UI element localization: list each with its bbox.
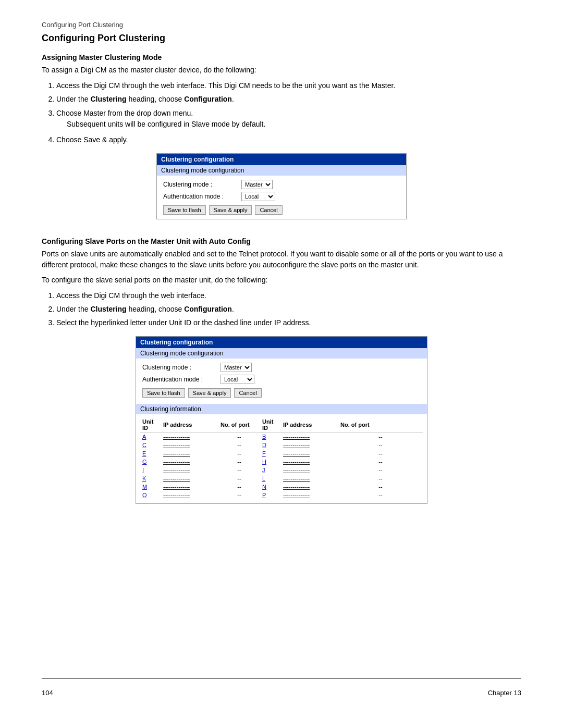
table-row: A -------------- -- B -------------- -- xyxy=(140,432,423,441)
ip-link-left[interactable]: -------------- xyxy=(161,466,218,474)
unit-id-link-left[interactable]: A xyxy=(140,432,161,441)
table-row: I -------------- -- J -------------- -- xyxy=(140,466,423,474)
table-row: E -------------- -- F -------------- -- xyxy=(140,449,423,458)
ports-right: -- xyxy=(338,466,423,474)
clustering-mode-row-2: Clustering mode : Master Slave xyxy=(142,363,421,372)
ports-right: -- xyxy=(338,432,423,441)
section2-heading: Configuring Slave Ports on the Master Un… xyxy=(42,237,521,245)
section1-heading: Assigning Master Clustering Mode xyxy=(42,53,521,61)
ip-link-right[interactable]: -------------- xyxy=(281,449,338,458)
unit-id-link-right[interactable]: N xyxy=(260,483,281,491)
ip-link-right[interactable]: -------------- xyxy=(281,483,338,491)
ip-link-left[interactable]: -------------- xyxy=(161,474,218,483)
auth-mode-select-2[interactable]: Local Remote xyxy=(221,375,254,384)
config-box-2: Clustering configuration Clustering mode… xyxy=(136,336,427,504)
section1-steps: Access the Digi CM through the web inter… xyxy=(56,80,521,146)
ports-right: -- xyxy=(338,491,423,499)
list-item: Access the Digi CM through the web inter… xyxy=(56,80,521,91)
page-title: Configuring Port Clustering xyxy=(42,33,521,44)
unit-id-link-left[interactable]: I xyxy=(140,466,161,474)
list-item: Access the Digi CM through the web inter… xyxy=(56,290,521,301)
config-box-1: Clustering configuration Clustering mode… xyxy=(156,153,407,219)
unit-id-link-left[interactable]: K xyxy=(140,474,161,483)
unit-id-link-right[interactable]: B xyxy=(260,432,281,441)
table-row: G -------------- -- H -------------- -- xyxy=(140,458,423,466)
ip-link-right[interactable]: -------------- xyxy=(281,466,338,474)
save-to-flash-button-1[interactable]: Save to flash xyxy=(163,205,206,215)
list-item: Under the Clustering heading, choose Con… xyxy=(56,93,521,105)
ports-left: -- xyxy=(218,432,260,441)
auth-mode-row: Authentication mode : Local Remote xyxy=(163,192,400,201)
list-item: Choose Master from the drop down menu. S… xyxy=(56,107,521,130)
config-box-1-buttons: Save to flash Save & apply Cancel xyxy=(163,205,400,215)
breadcrumb: Configuring Port Clustering xyxy=(42,21,521,29)
unit-id-link-right[interactable]: D xyxy=(260,441,281,449)
table-row: K -------------- -- L -------------- -- xyxy=(140,474,423,483)
unit-id-link-left[interactable]: E xyxy=(140,449,161,458)
unit-id-link-left[interactable]: O xyxy=(140,491,161,499)
s2-step3-text: Select the hyperlinked letter under Unit… xyxy=(56,318,311,327)
save-apply-button-1[interactable]: Save & apply xyxy=(209,205,252,215)
config-box-1-body: Clustering mode : Master Slave Authentic… xyxy=(157,176,406,219)
unit-id-link-right[interactable]: P xyxy=(260,491,281,499)
unit-id-link-right[interactable]: H xyxy=(260,458,281,466)
chapter-label: Chapter 13 xyxy=(488,689,521,697)
unit-id-link-left[interactable]: C xyxy=(140,441,161,449)
unit-id-link-left[interactable]: M xyxy=(140,483,161,491)
clustering-mode-select[interactable]: Master Slave xyxy=(241,180,273,189)
ports-right: -- xyxy=(338,458,423,466)
ip-link-right[interactable]: -------------- xyxy=(281,432,338,441)
section-slave-ports: Configuring Slave Ports on the Master Un… xyxy=(42,237,521,511)
ip-link-right[interactable]: -------------- xyxy=(281,458,338,466)
col-ip-right: IP address xyxy=(281,417,338,433)
auth-mode-row-2: Authentication mode : Local Remote xyxy=(142,375,421,384)
page-number: 104 xyxy=(42,689,53,697)
save-apply-button-2[interactable]: Save & apply xyxy=(188,388,231,398)
ports-right: -- xyxy=(338,441,423,449)
step3-text: Choose Master from the drop down menu. xyxy=(56,109,193,117)
clustering-mode-select-2[interactable]: Master Slave xyxy=(221,363,252,372)
ports-right: -- xyxy=(338,474,423,483)
unit-id-link-right[interactable]: L xyxy=(260,474,281,483)
section2-steps: Access the Digi CM through the web inter… xyxy=(56,290,521,329)
footer: 104 Chapter 13 xyxy=(42,678,521,697)
ip-link-left[interactable]: -------------- xyxy=(161,491,218,499)
auth-mode-label-2: Authentication mode : xyxy=(142,376,221,383)
col-ports-right: No. of port xyxy=(338,417,423,433)
ip-link-left[interactable]: -------------- xyxy=(161,449,218,458)
section-assigning-master: Assigning Master Clustering Mode To assi… xyxy=(42,53,521,227)
cancel-button-2[interactable]: Cancel xyxy=(234,388,261,398)
unit-id-link-right[interactable]: J xyxy=(260,466,281,474)
auth-mode-label: Authentication mode : xyxy=(163,193,241,200)
step1-text: Access the Digi CM through the web inter… xyxy=(56,81,395,90)
list-item: Choose Save & apply. xyxy=(56,134,521,145)
cluster-info-title: Clustering information xyxy=(136,404,427,414)
ip-link-left[interactable]: -------------- xyxy=(161,432,218,441)
ip-link-left[interactable]: -------------- xyxy=(161,483,218,491)
config-box-2-buttons: Save to flash Save & apply Cancel xyxy=(142,388,421,398)
s2-step1-text: Access the Digi CM through the web inter… xyxy=(56,291,206,300)
cancel-button-1[interactable]: Cancel xyxy=(255,205,282,215)
clustering-mode-label-2: Clustering mode : xyxy=(142,364,221,371)
ip-link-right[interactable]: -------------- xyxy=(281,474,338,483)
section2-para1: Ports on slave units are automatically e… xyxy=(42,249,521,270)
unit-id-link-right[interactable]: F xyxy=(260,449,281,458)
auth-mode-select[interactable]: Local Remote xyxy=(241,192,275,201)
ports-left: -- xyxy=(218,441,260,449)
ports-left: -- xyxy=(218,458,260,466)
step4-text: Choose Save & apply. xyxy=(56,135,128,144)
col-ports-left: No. of port xyxy=(218,417,260,433)
col-unit-id-left: UnitID xyxy=(140,417,161,433)
config-box-1-title: Clustering configuration xyxy=(157,154,406,165)
ip-link-left[interactable]: -------------- xyxy=(161,441,218,449)
ip-link-right[interactable]: -------------- xyxy=(281,441,338,449)
ip-link-right[interactable]: -------------- xyxy=(281,491,338,499)
config-box-2-body: Clustering mode : Master Slave Authentic… xyxy=(136,359,427,402)
save-to-flash-button-2[interactable]: Save to flash xyxy=(142,388,185,398)
list-item: Select the hyperlinked letter under Unit… xyxy=(56,317,521,328)
unit-id-link-left[interactable]: G xyxy=(140,458,161,466)
cluster-table: UnitID IP address No. of port UnitID IP … xyxy=(140,417,423,499)
ip-link-left[interactable]: -------------- xyxy=(161,458,218,466)
clustering-mode-label: Clustering mode : xyxy=(163,181,241,188)
col-ip-left: IP address xyxy=(161,417,218,433)
